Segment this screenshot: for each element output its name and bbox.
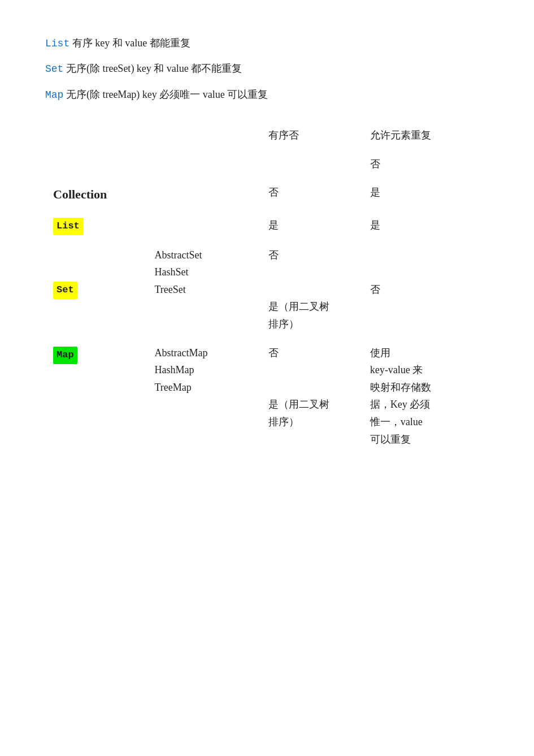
set-sub-abstractset: AbstractSet (154, 247, 253, 264)
list-dup: 是 (362, 211, 489, 241)
table-row-map: Map AbstractMap HashMap TreeMap 否 是（用二叉树… (45, 339, 489, 454)
table-row-empty: 否 (45, 150, 489, 179)
table-row-list: List 是 是 (45, 211, 489, 241)
collection-dup: 是 (362, 178, 489, 210)
map-badge: Map (53, 347, 77, 364)
map-desc: 无序(除 treeMap) key 必须唯一 value 可以重复 (66, 89, 268, 100)
header-col2 (146, 121, 261, 150)
empty-col1 (45, 150, 146, 179)
map-item: Map (45, 339, 146, 454)
map-sub: AbstractMap HashMap TreeMap (146, 339, 261, 454)
list-item: List (45, 211, 146, 241)
header-ordered: 有序否 (261, 121, 362, 150)
set-keyword: Set (45, 63, 63, 75)
list-keyword: List (45, 38, 70, 49)
list-sub (146, 211, 261, 241)
list-badge: List (53, 218, 83, 235)
set-badge: Set (53, 282, 77, 299)
map-sub-abstractmap: AbstractMap (154, 344, 253, 362)
collection-item: Collection (45, 178, 146, 210)
set-item: Set (45, 241, 146, 339)
table-row-set: Set AbstractSet HashSet TreeSet 否 是（用二叉树… (45, 241, 489, 339)
set-sub: AbstractSet HashSet TreeSet (146, 241, 261, 339)
empty-dup: 否 (362, 150, 489, 179)
map-dup: 使用 key-value 来 映射和存储数 据，Key 必须 惟一，value … (362, 339, 489, 454)
collection-table: 有序否 允许元素重复 否 Collection 否 是 List 是 是 (45, 121, 489, 453)
header-col1 (45, 121, 146, 150)
table-header: 有序否 允许元素重复 (45, 121, 489, 150)
set-dup: 否 (362, 241, 489, 339)
collection-sub (146, 178, 261, 210)
empty-ordered (261, 150, 362, 179)
header-dup: 允许元素重复 (362, 121, 489, 150)
map-sub-hashmap: HashMap (154, 361, 253, 379)
list-ordered: 是 (261, 211, 362, 241)
intro-line-set: Set 无序(除 treeSet) key 和 value 都不能重复 (45, 59, 489, 78)
set-ordered: 否 是（用二叉树 排序） (261, 241, 362, 339)
intro-line-map: Map 无序(除 treeMap) key 必须唯一 value 可以重复 (45, 85, 489, 104)
collection-label: Collection (53, 187, 107, 201)
intro-section: List 有序 key 和 value 都能重复 Set 无序(除 treeSe… (45, 34, 489, 104)
map-sub-treemap: TreeMap (154, 379, 253, 396)
set-sub-treeset: TreeSet (154, 281, 253, 299)
empty-col2 (146, 150, 261, 179)
collection-ordered: 否 (261, 178, 362, 210)
set-desc: 无序(除 treeSet) key 和 value 都不能重复 (66, 63, 242, 74)
table-row-collection: Collection 否 是 (45, 178, 489, 210)
intro-line-list: List 有序 key 和 value 都能重复 (45, 34, 489, 53)
list-desc: 有序 key 和 value 都能重复 (72, 37, 190, 49)
map-keyword: Map (45, 89, 63, 101)
set-sub-hashset: HashSet (154, 263, 253, 281)
map-ordered: 否 是（用二叉树 排序） (261, 339, 362, 454)
